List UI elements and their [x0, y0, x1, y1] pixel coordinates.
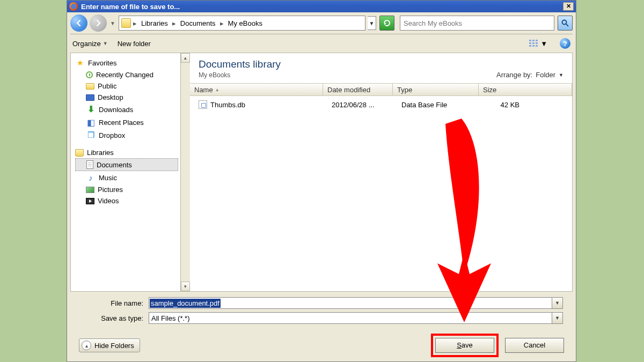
desktop-icon — [86, 94, 94, 101]
pictures-icon — [86, 187, 94, 193]
save-file-dialog: Enter name of file to save to... ✕ ▼ ▸ L… — [67, 0, 576, 362]
clock-icon — [86, 71, 93, 78]
column-type[interactable]: Type — [393, 84, 479, 95]
help-button[interactable]: ? — [560, 38, 570, 49]
save-button[interactable]: Save — [435, 338, 494, 353]
arrow-right-icon — [94, 19, 102, 27]
annotation-highlight: Save — [431, 334, 499, 357]
arrange-by-control[interactable]: Arrange by: Folder ▼ — [496, 71, 564, 79]
save-form: File name: sample_document.pdf ▼ Save as… — [67, 292, 576, 324]
sidebar-item-documents[interactable]: Documents — [75, 158, 178, 171]
file-list-pane: Documents library My eBooks Arrange by: … — [190, 53, 572, 291]
svg-line-1 — [566, 24, 568, 26]
savetype-dropdown[interactable]: ▼ — [552, 312, 563, 324]
dialog-footer: ▴ Hide Folders Save Cancel — [67, 324, 576, 361]
main-area: ★ Favorites Recently Changed Public Desk… — [70, 53, 573, 292]
refresh-button[interactable] — [379, 16, 394, 31]
file-name: Thumbs.db — [210, 101, 245, 109]
db-file-icon — [199, 100, 207, 109]
column-headers: Name ▲ Date modified Type Size — [190, 83, 572, 96]
column-date-modified[interactable]: Date modified — [323, 84, 393, 95]
address-dropdown[interactable]: ▼ — [368, 16, 376, 30]
sidebar-item-downloads[interactable]: ⬇ Downloads — [75, 103, 180, 116]
nav-history-dropdown[interactable]: ▼ — [109, 16, 116, 31]
sidebar-item-desktop[interactable]: Desktop — [75, 92, 180, 103]
new-folder-label: New folder — [118, 40, 151, 48]
navigation-bar: ▼ ▸ Libraries ▸ Documents ▸ My eBooks ▼ … — [67, 12, 576, 34]
hide-folders-button[interactable]: ▴ Hide Folders — [79, 338, 140, 352]
chevron-down-icon: ▼ — [559, 72, 564, 78]
save-label-rest: ave — [462, 341, 473, 349]
libraries-icon — [75, 149, 84, 157]
search-input[interactable]: Search My eBooks — [400, 16, 554, 31]
scroll-down-button[interactable]: ▾ — [181, 282, 190, 291]
toolbar: Organize ▼ New folder ▼ ? — [67, 34, 576, 53]
sidebar-item-music[interactable]: ♪ Music — [75, 171, 180, 184]
file-row[interactable]: Thumbs.db 2012/06/28 ... Data Base File … — [190, 98, 572, 111]
new-folder-button[interactable]: New folder — [118, 40, 151, 48]
sort-asc-icon: ▲ — [215, 87, 219, 92]
arrow-left-icon — [75, 19, 83, 27]
refresh-icon — [383, 19, 391, 27]
breadcrumb-separator: ▸ — [219, 19, 225, 27]
address-breadcrumb[interactable]: ▸ Libraries ▸ Documents ▸ My eBooks — [119, 16, 365, 31]
recent-places-icon: ◧ — [86, 117, 96, 127]
arrange-by-value: Folder — [536, 71, 555, 79]
music-icon: ♪ — [86, 173, 96, 182]
search-button[interactable] — [558, 16, 573, 31]
star-icon: ★ — [75, 58, 85, 68]
libraries-label: Libraries — [87, 149, 114, 157]
file-type: Data Base File — [397, 101, 483, 109]
arrange-by-label: Arrange by: — [496, 71, 532, 79]
folder-icon — [86, 83, 94, 90]
file-size: 42 KB — [483, 101, 568, 109]
cancel-button[interactable]: Cancel — [505, 338, 564, 353]
crumb-libraries[interactable]: Libraries — [139, 19, 170, 27]
cancel-label: Cancel — [524, 341, 545, 349]
filename-dropdown[interactable]: ▼ — [552, 297, 563, 309]
chevron-down-icon: ▼ — [540, 40, 547, 48]
view-options-button[interactable]: ▼ — [526, 38, 550, 49]
column-name[interactable]: Name ▲ — [190, 84, 323, 95]
titlebar: Enter name of file to save to... ✕ — [67, 1, 576, 12]
svg-point-0 — [562, 20, 567, 25]
savetype-label: Save as type: — [79, 314, 149, 322]
filename-input[interactable]: sample_document.pdf — [149, 297, 552, 309]
download-icon: ⬇ — [86, 105, 96, 114]
library-title: Documents library — [199, 58, 281, 70]
scroll-track[interactable] — [181, 63, 190, 282]
sidebar-item-recent-places[interactable]: ◧ Recent Places — [75, 116, 180, 129]
sidebar-scrollbar[interactable]: ▴ ▾ — [180, 53, 190, 291]
savetype-combobox[interactable]: All Files (*.*) — [149, 312, 552, 324]
hide-folders-label: Hide Folders — [94, 342, 134, 350]
favorites-label: Favorites — [88, 59, 116, 67]
search-placeholder: Search My eBooks — [404, 19, 462, 27]
breadcrumb-separator: ▸ — [171, 19, 177, 27]
filename-label: File name: — [79, 299, 149, 307]
sidebar-item-public[interactable]: Public — [75, 80, 180, 92]
libraries-header[interactable]: Libraries — [75, 147, 180, 158]
column-size[interactable]: Size — [479, 84, 572, 95]
file-date: 2012/06/28 ... — [327, 101, 397, 109]
organize-menu[interactable]: Organize ▼ — [72, 40, 108, 48]
chevron-down-icon: ▼ — [103, 41, 108, 46]
sidebar-item-videos[interactable]: Videos — [75, 195, 180, 206]
crumb-documents[interactable]: Documents — [178, 19, 218, 27]
favorites-header[interactable]: ★ Favorites — [75, 56, 180, 69]
sidebar-item-pictures[interactable]: Pictures — [75, 184, 180, 195]
dropbox-icon: ❒ — [86, 130, 96, 140]
folder-icon — [121, 18, 131, 28]
videos-icon — [86, 198, 94, 204]
savetype-value: All Files (*.*) — [149, 314, 192, 322]
crumb-my-ebooks[interactable]: My eBooks — [226, 19, 265, 27]
search-icon — [561, 19, 569, 27]
firefox-icon — [69, 2, 78, 11]
forward-button[interactable] — [90, 14, 107, 32]
close-button[interactable]: ✕ — [563, 2, 574, 11]
view-grid-icon — [529, 40, 539, 47]
chevron-up-icon: ▴ — [82, 341, 91, 350]
sidebar-item-recently-changed[interactable]: Recently Changed — [75, 69, 180, 80]
scroll-up-button[interactable]: ▴ — [181, 53, 190, 63]
sidebar-item-dropbox[interactable]: ❒ Dropbox — [75, 129, 180, 142]
back-button[interactable] — [70, 14, 87, 32]
